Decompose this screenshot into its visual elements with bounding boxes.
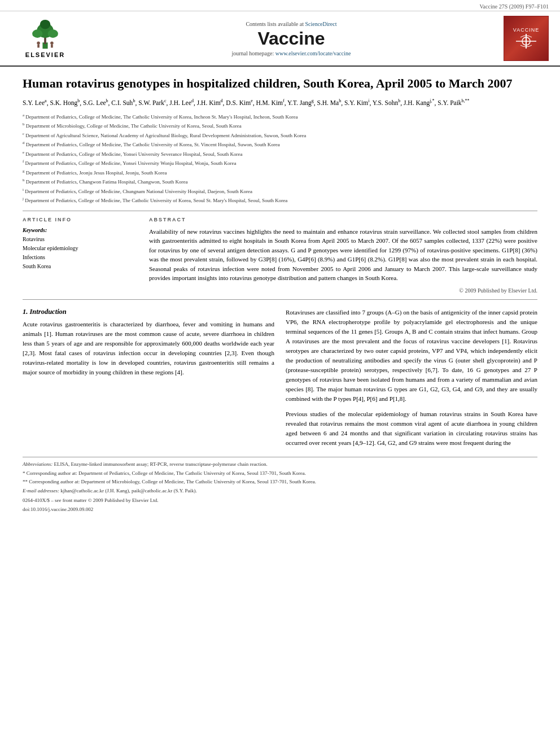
affiliation-a: a Department of Pediatrics, College of M…	[23, 112, 537, 121]
homepage-text: journal homepage:	[232, 50, 274, 56]
keyword-rotavirus: Rotavirus	[23, 235, 135, 244]
divider-top	[23, 211, 537, 211]
journal-reference: Vaccine 27S (2009) F97–F101	[0, 0, 560, 11]
affiliation-h: h Department of Pediatrics, Changwon Fat…	[23, 177, 537, 186]
elsevier-logo: ELSEVIER	[11, 19, 79, 58]
sciencedirect-link[interactable]: ScienceDirect	[305, 21, 336, 27]
affiliation-e: e Department of Pediatrics, College of M…	[23, 150, 537, 159]
main-right-col: Rotaviruses are classified into 7 groups…	[286, 308, 537, 448]
main-body-section: 1. Introduction Acute rotavirus gastroen…	[23, 308, 537, 448]
journal-ref-text: Vaccine 27S (2009) F97–F101	[480, 3, 549, 10]
article-info-label: ARTICLE INFO	[23, 217, 135, 222]
svg-point-4	[48, 29, 58, 38]
svg-rect-8	[37, 44, 40, 47]
copyright-line: © 2009 Published by Elsevier Ltd.	[149, 287, 537, 294]
homepage-line: journal homepage: www.elsevier.com/locat…	[79, 50, 504, 56]
footnote-abbreviations: Abbreviations: ELISA, Enzyme-linked immu…	[23, 461, 537, 469]
article-info-abstract-section: ARTICLE INFO Keywords: Rotavirus Molecul…	[23, 217, 537, 294]
keyword-infections: Infections	[23, 253, 135, 262]
abstract-column: ABSTRACT Availability of new rotavirus v…	[149, 217, 537, 294]
keywords-list: Rotavirus Molecular epidemiology Infecti…	[23, 235, 135, 271]
keywords-label: Keywords:	[23, 227, 135, 233]
sciencedirect-text: Contents lists available at	[246, 21, 303, 27]
section1-right-text-2: Previous studies of the molecular epidem…	[286, 409, 537, 448]
affiliation-j: j Department of Pediatrics, College of M…	[23, 196, 537, 205]
elsevier-tree-icon	[25, 19, 65, 50]
svg-rect-9	[51, 44, 53, 47]
elsevier-text: ELSEVIER	[25, 51, 65, 58]
sciencedirect-line: Contents lists available at ScienceDirec…	[79, 21, 504, 27]
affiliations: a Department of Pediatrics, College of M…	[23, 112, 537, 205]
vaccine-logo-box: VACCINE	[504, 16, 549, 61]
svg-point-3	[32, 29, 42, 38]
vaccine-logo-icon	[515, 33, 537, 50]
footnote-issn: 0264-410X/$ – see front matter © 2009 Pu…	[23, 497, 537, 505]
article-body: Human rotavirus genotypes in hospitalize…	[0, 67, 560, 526]
article-info-column: ARTICLE INFO Keywords: Rotavirus Molecul…	[23, 217, 135, 294]
vaccine-logo-top: VACCINE	[513, 27, 539, 33]
svg-point-7	[50, 41, 54, 45]
section1-heading: 1. Introduction	[23, 308, 274, 316]
journal-title: Vaccine	[79, 28, 504, 49]
section1-left-text: Acute rotavirus gastroenteritis is chara…	[23, 320, 274, 377]
section1-right-text: Rotaviruses are classified into 7 groups…	[286, 308, 537, 404]
page-wrapper: Vaccine 27S (2009) F97–F101 ELSEV	[0, 0, 560, 747]
affiliation-f: f Department of Pediatrics, College of M…	[23, 159, 537, 168]
keyword-south-korea: South Korea	[23, 262, 135, 271]
svg-point-5	[40, 19, 50, 28]
abstract-label: ABSTRACT	[149, 217, 537, 222]
affiliation-d: d Department of Pediatrics, College of M…	[23, 140, 537, 149]
article-title: Human rotavirus genotypes in hospitalize…	[23, 76, 537, 92]
journal-header: ELSEVIER Contents lists available at Sci…	[0, 11, 560, 67]
affiliation-g: g Department of Pediatrics, Jeonju Jesus…	[23, 168, 537, 177]
footnote-corresponding2: ** Corresponding author at: Department o…	[23, 478, 537, 486]
keyword-molecular: Molecular epidemiology	[23, 244, 135, 253]
affiliation-c: c Department of Agricultural Science, Na…	[23, 131, 537, 140]
journal-center: Contents lists available at ScienceDirec…	[79, 21, 504, 56]
abstract-text: Availability of new rotavirus vaccines h…	[149, 227, 537, 283]
svg-point-6	[37, 41, 40, 45]
authors-line: S.Y. Leea, S.K. Hongb, S.G. Leeb, C.I. S…	[23, 98, 537, 108]
affiliation-i: i Department of Pediatrics, College of M…	[23, 187, 537, 196]
footnote-doi: doi:10.1016/j.vaccine.2009.09.002	[23, 506, 537, 514]
footnote-email: E-mail addresses: kjhan@catholic.ac.kr (…	[23, 487, 537, 495]
divider-middle	[23, 299, 537, 300]
homepage-link[interactable]: www.elsevier.com/locate/vaccine	[275, 50, 351, 56]
footnote-section: Abbreviations: ELISA, Enzyme-linked immu…	[23, 457, 537, 513]
footnote-corresponding1: * Corresponding author at: Department of…	[23, 470, 537, 478]
affiliation-b: b Department of Microbiology, College of…	[23, 121, 537, 130]
main-left-col: 1. Introduction Acute rotavirus gastroen…	[23, 308, 274, 448]
